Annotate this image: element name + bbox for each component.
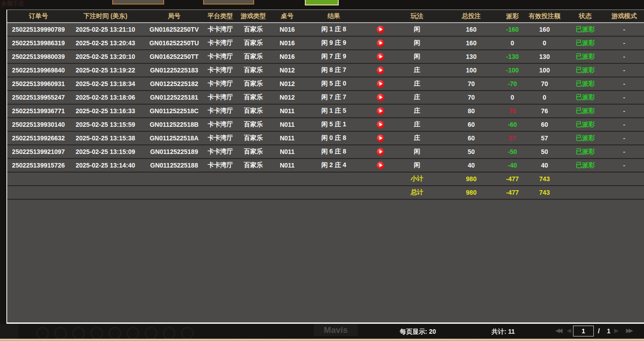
cell-total-bet: 100 xyxy=(440,64,503,77)
cell-play-type: 庄 xyxy=(394,64,440,77)
replay-button[interactable] xyxy=(377,162,384,169)
background-chip-icon xyxy=(36,327,49,340)
cell-replay xyxy=(366,37,394,49)
cell-status: 已派彩 xyxy=(567,132,603,144)
table-row: 2502251399157262025-02-25 13:14:40GN0112… xyxy=(7,159,644,173)
grand-total-label: 总计 xyxy=(394,186,440,199)
cell-game-mode: - xyxy=(603,118,644,131)
background-chip-icon xyxy=(72,327,85,340)
cell-play-type: 闲 xyxy=(394,159,440,172)
first-page-icon[interactable]: ◀◀ xyxy=(555,327,561,334)
background-brand-button: Mavis xyxy=(314,324,358,336)
cell-game-type: 百家乐 xyxy=(233,105,273,117)
cell-result: 闲 1 庄 8 xyxy=(301,23,366,36)
cell-payout: -70 xyxy=(503,77,522,90)
cell-game-type: 百家乐 xyxy=(233,132,273,144)
cell-table-no: N011 xyxy=(273,105,301,117)
column-header-game-type: 游戏类型 xyxy=(233,10,273,22)
background-filter-button-2[interactable] xyxy=(203,0,254,5)
cell-play-type: 闲 xyxy=(394,50,440,63)
cell-bet-time: 2025-02-25 13:15:38 xyxy=(70,132,141,144)
cell-total-bet: 130 xyxy=(440,50,503,63)
cell-round-id: GN0112522518B xyxy=(141,118,207,131)
cell-game-type: 百家乐 xyxy=(233,64,273,77)
cell-result: 闲 7 庄 7 xyxy=(301,91,366,104)
replay-button[interactable] xyxy=(377,107,384,115)
cell-replay xyxy=(366,118,394,131)
cell-result: 闲 9 庄 9 xyxy=(301,37,366,49)
background-chip-icon xyxy=(181,327,194,340)
column-header-order-id: 订单号 xyxy=(7,10,70,22)
cell-platform: 卡卡湾厅 xyxy=(207,105,233,117)
cell-game-mode: - xyxy=(603,159,644,172)
cell-bet-time: 2025-02-25 13:18:34 xyxy=(70,77,141,90)
cell-play-type: 闲 xyxy=(394,37,440,49)
cell-bet-time: 2025-02-25 13:15:59 xyxy=(70,118,141,131)
background-chip-icon xyxy=(127,327,139,340)
background-chip-icon xyxy=(90,327,103,340)
cell-order-id: 250225139926632 xyxy=(7,132,70,144)
cell-total-bet: 70 xyxy=(440,77,503,90)
cell-replay xyxy=(366,145,394,158)
table-row: 2502251399863192025-02-25 13:20:43GN0162… xyxy=(7,37,644,50)
cell-game-mode: - xyxy=(603,23,644,36)
cell-order-id: 250225139915726 xyxy=(7,159,70,172)
cell-payout: 0 xyxy=(503,37,522,49)
cell-valid-bet: 76 xyxy=(522,105,567,117)
cell-valid-bet: 0 xyxy=(522,37,567,49)
replay-button[interactable] xyxy=(377,53,384,61)
table-row: 2502251399552472025-02-25 13:18:06GN0122… xyxy=(7,91,644,105)
cell-table-no: N012 xyxy=(273,91,301,104)
cell-play-type: 闲 xyxy=(394,23,440,36)
cell-total-bet: 60 xyxy=(440,132,503,144)
cell-play-type: 闲 xyxy=(394,145,440,158)
cell-platform: 卡卡湾厅 xyxy=(207,64,233,77)
cell-bet-time: 2025-02-25 13:20:10 xyxy=(70,50,141,63)
cell-payout: -40 xyxy=(503,159,522,172)
cell-game-type: 百家乐 xyxy=(233,91,273,104)
cell-round-id: GN016252250TT xyxy=(141,50,207,63)
cell-table-no: N016 xyxy=(273,37,301,49)
cell-platform: 卡卡湾厅 xyxy=(207,118,233,131)
cell-round-id: GN016252250TV xyxy=(141,23,207,36)
cell-order-id: 250225139930140 xyxy=(7,118,70,131)
page-number-input[interactable] xyxy=(573,326,594,336)
column-header-valid-bet: 有效投注额 xyxy=(522,10,567,22)
cell-bet-time: 2025-02-25 13:21:10 xyxy=(70,23,141,36)
replay-button[interactable] xyxy=(377,26,384,34)
column-header-play-type: 玩法 xyxy=(394,10,440,22)
cell-order-id: 250225139990789 xyxy=(7,23,70,36)
background-chip-icon xyxy=(163,327,175,340)
column-header-replay xyxy=(366,10,394,22)
cell-table-no: N016 xyxy=(273,23,301,36)
bet-records-table: 订单号 下注时间 (美东) 局号 平台类型 游戏类型 桌号 结果 玩法 总投注 … xyxy=(6,10,644,324)
cell-table-no: N011 xyxy=(273,118,301,131)
cell-game-mode: - xyxy=(603,50,644,63)
cell-game-mode: - xyxy=(603,37,644,49)
replay-button[interactable] xyxy=(377,121,384,129)
replay-button[interactable] xyxy=(377,39,384,47)
cell-replay xyxy=(366,159,394,172)
replay-button[interactable] xyxy=(377,94,384,101)
cell-bet-time: 2025-02-25 13:14:40 xyxy=(70,159,141,172)
subtotal-payout: -477 xyxy=(503,173,522,185)
cell-game-mode: - xyxy=(603,77,644,90)
cell-platform: 卡卡湾厅 xyxy=(207,50,233,63)
next-page-icon[interactable]: ▶ xyxy=(614,327,619,334)
cell-platform: 卡卡湾厅 xyxy=(207,91,233,104)
background-filter-button-1[interactable] xyxy=(112,0,164,5)
cell-game-type: 百家乐 xyxy=(233,77,273,90)
last-page-icon[interactable]: ▶▶ xyxy=(626,327,631,334)
replay-button[interactable] xyxy=(377,80,384,88)
background-edge xyxy=(0,324,18,340)
table-empty-area xyxy=(7,200,644,322)
cell-status: 已派彩 xyxy=(567,37,603,49)
replay-button[interactable] xyxy=(377,67,384,74)
prev-page-icon[interactable]: ◀ xyxy=(567,327,569,334)
cell-game-type: 百家乐 xyxy=(233,23,273,36)
replay-button[interactable] xyxy=(377,148,384,156)
background-confirm-button[interactable] xyxy=(305,0,339,5)
table-header-row: 订单号 下注时间 (美东) 局号 平台类型 游戏类型 桌号 结果 玩法 总投注 … xyxy=(7,10,644,23)
replay-button[interactable] xyxy=(377,134,384,142)
cell-status: 已派彩 xyxy=(567,64,603,77)
